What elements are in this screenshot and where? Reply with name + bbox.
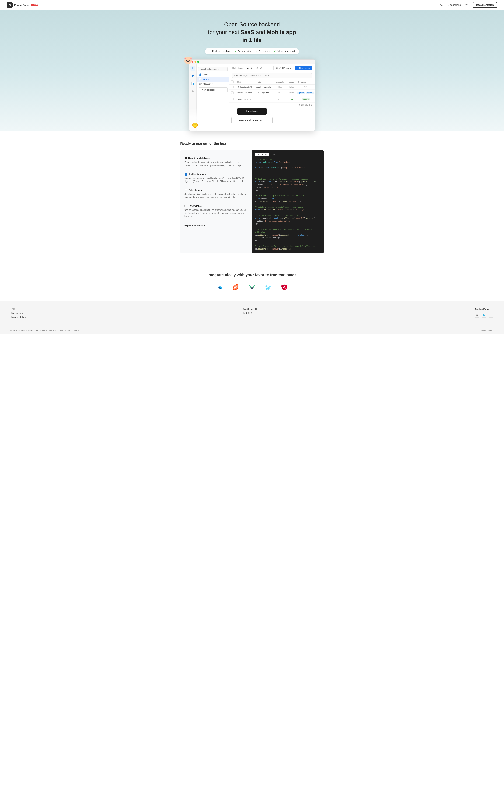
demo-wrapper: 🐷 🗄 👤 📊 ⚙ xyxy=(189,59,315,131)
hero-section: Open Source backend for your next SaaS a… xyxy=(0,10,504,131)
table-row[interactable]: My4w8bDrvs6gCL Another example N/A False… xyxy=(229,85,315,90)
explore-features-link[interactable]: Explore all features → xyxy=(184,224,208,227)
flutter-icon xyxy=(215,283,224,292)
github-icon[interactable]: ⌥ xyxy=(465,3,469,7)
footer-bottom: © 2023-2024 PocketBase · The Gopher artw… xyxy=(0,327,504,334)
crafted-by: Crafted by Gani xyxy=(480,329,493,331)
feature-extendable-title: >_ Extendable xyxy=(184,205,248,207)
footer-dart-sdk-link[interactable]: Dart SDK xyxy=(243,312,468,314)
gopher-link[interactable]: marcusolsson/gophers xyxy=(60,329,79,331)
feature-realtime-db: 🗄 Realtime database Embedded performant … xyxy=(184,154,248,170)
demo-overlay-buttons: Live demo Read the documentation xyxy=(189,108,315,131)
select-all-checkbox[interactable] xyxy=(231,81,234,83)
sidebar-item-posts[interactable]: 📄 posts xyxy=(197,77,229,82)
footer-top: FAQ Discussions Documentation JavaScript… xyxy=(0,301,504,327)
table-row[interactable]: UPd6yLygInVTHCE Lo... sec... True option… xyxy=(229,96,315,103)
sidebar-search-wrapper xyxy=(197,66,229,72)
admin-ui-overlay: 🗄 👤 📊 ⚙ 👤 users xyxy=(189,64,315,131)
table-row[interactable]: FtNAa9FeBSrze7D Example title N/A False … xyxy=(229,90,315,96)
auth-icon: 👤 xyxy=(184,173,187,176)
feature-realtime-desc: Embedded performant database with schema… xyxy=(184,161,248,167)
tab-javascript[interactable]: JavaScript xyxy=(255,153,269,156)
github-footer-icon[interactable]: ⌥ xyxy=(489,313,493,318)
logo[interactable]: PB PocketBase v0.22.20 xyxy=(7,2,39,8)
footer-discussions-link[interactable]: Discussions xyxy=(11,312,236,314)
mascot-bottom: 😐 xyxy=(192,122,198,128)
sidebar-item-users-label: users xyxy=(203,73,208,76)
footer: FAQ Discussions Documentation JavaScript… xyxy=(0,301,504,334)
row-checkbox[interactable] xyxy=(231,91,234,94)
sidebar-item-messages[interactable]: 💬 messages xyxy=(197,82,229,86)
records-table: ⬡ id T title T description active ⊞ opti… xyxy=(229,79,315,103)
cell-active: False xyxy=(287,90,296,96)
react-icon xyxy=(264,283,273,292)
tab-dart[interactable]: Dart xyxy=(269,153,278,156)
cell-id: FtNAa9FeBSrze7D xyxy=(235,90,255,96)
sidebar-icon-db[interactable]: 🗄 xyxy=(190,66,195,71)
navbar: PB PocketBase v0.22.20 FAQ Discussions ⌥… xyxy=(0,0,504,10)
sidebar-item-users[interactable]: 👤 users xyxy=(197,72,229,77)
storage-icon: 📄 xyxy=(184,189,187,191)
new-record-button[interactable]: + New record xyxy=(295,66,312,70)
footer-col-1: FAQ Discussions Documentation xyxy=(11,308,236,320)
svg-point-5 xyxy=(268,287,269,288)
cell-title: Example title xyxy=(255,90,273,96)
sidebar-icon-settings[interactable]: ⚙ xyxy=(190,89,195,94)
active-collection-name: posts xyxy=(247,67,253,69)
sidebar-search-input[interactable] xyxy=(198,67,228,71)
toolbar-icons: ⚙ ↺ xyxy=(256,67,262,69)
col-id: ⬡ id xyxy=(235,79,255,85)
svg-marker-0 xyxy=(218,286,222,287)
admin-toolbar: Collections / posts ⚙ ↺ </> API Preview xyxy=(229,64,315,72)
features-left: 🗄 Realtime database Embedded performant … xyxy=(180,150,252,253)
svelte-icon xyxy=(231,283,240,292)
hero-badge-storage: ✓ File storage xyxy=(255,50,270,53)
messages-icon: 💬 xyxy=(199,83,202,85)
footer-col-brand: PocketBase ✉ 🐦 ⌥ xyxy=(475,308,493,320)
posts-icon: 📄 xyxy=(199,78,202,81)
footer-js-sdk-link[interactable]: JavaScript SDK xyxy=(243,308,468,310)
read-docs-button[interactable]: Read the documentation xyxy=(231,117,273,124)
cell-active: False xyxy=(287,85,296,90)
integrations-title: Integrate nicely with your favorite fron… xyxy=(3,273,501,277)
cell-options: N/A xyxy=(296,85,315,90)
features-section: Ready to use out of the box 🗄 Realtime d… xyxy=(173,131,331,264)
discussions-link[interactable]: Discussions xyxy=(448,3,461,6)
cell-title: Another example xyxy=(255,85,273,90)
window-maximize-dot xyxy=(197,61,199,63)
db-icon: 🗄 xyxy=(184,157,187,160)
sidebar-icon-users[interactable]: 👤 xyxy=(190,73,195,78)
feature-realtime-title: 🗄 Realtime database xyxy=(184,157,248,160)
footer-social: ✉ 🐦 ⌥ xyxy=(475,313,493,318)
live-demo-button[interactable]: Live demo xyxy=(237,108,266,115)
footer-docs-link[interactable]: Documentation xyxy=(11,316,236,318)
code-block: // JavaScript SDK import PocketBase from… xyxy=(255,158,321,251)
svg-marker-4 xyxy=(251,287,254,290)
filter-input[interactable] xyxy=(232,73,312,78)
api-preview-button[interactable]: </> API Preview xyxy=(273,66,293,70)
cell-id: My4w8bDrvs6gCL xyxy=(235,85,255,90)
extend-icon: >_ xyxy=(184,205,187,207)
col-title: T title xyxy=(255,79,273,85)
features-grid: 🗄 Realtime database Embedded performant … xyxy=(180,150,324,253)
feature-auth: 👤 Authentication Manage your app users a… xyxy=(184,170,248,186)
footer-faq-link[interactable]: FAQ xyxy=(11,308,236,310)
faq-link[interactable]: FAQ xyxy=(439,3,443,6)
documentation-button[interactable]: Documentation xyxy=(473,2,497,8)
refresh-icon[interactable]: ↺ xyxy=(260,67,262,69)
col-active: active xyxy=(287,79,296,85)
code-panel: JavaScript Dart // JavaScript SDK import… xyxy=(252,150,324,253)
sidebar-item-posts-label: posts xyxy=(203,78,209,81)
email-icon[interactable]: ✉ xyxy=(475,313,479,318)
settings-icon[interactable]: ⚙ xyxy=(256,67,258,69)
version-badge: v0.22.20 xyxy=(31,4,39,6)
feature-auth-title: 👤 Authentication xyxy=(184,173,248,176)
logo-box: PB xyxy=(7,2,13,8)
twitter-icon[interactable]: 🐦 xyxy=(482,313,487,318)
integrations-section: Integrate nicely with your favorite fron… xyxy=(0,264,504,301)
row-checkbox[interactable] xyxy=(231,98,234,100)
row-checkbox[interactable] xyxy=(231,86,234,88)
sidebar-icon-chart[interactable]: 📊 xyxy=(190,81,195,86)
new-collection-button[interactable]: + New collection xyxy=(198,87,228,92)
cell-title: Lo... xyxy=(255,96,273,103)
